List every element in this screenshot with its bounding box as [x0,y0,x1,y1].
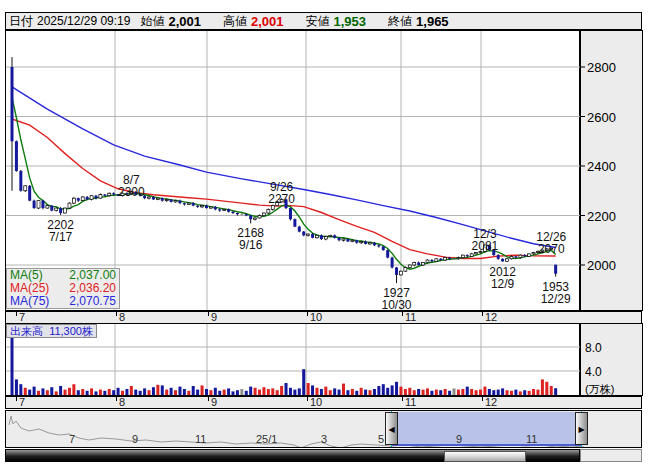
high-label: 高値 [223,13,247,30]
volume-value: 11,300株 [49,325,93,337]
low-value: 1,953 [334,14,367,29]
price-tick-label: 2600 [587,110,616,125]
horizontal-scrollbar[interactable] [5,449,580,462]
ohlc-info-bar: 日付 2025/12/29 09:19 始値 2,001 高値 2,001 安値… [5,12,642,30]
volume-chart-svg: 8.04.0(万株) [5,323,643,396]
price-annotation: 12/29 [541,292,571,306]
price-annotation: 10/30 [382,298,412,311]
price-tick-label: 2200 [587,209,616,224]
month-tick-label: 9 [211,397,217,408]
ma75-label: MA(75) [10,295,49,308]
price-annotation: 9/16 [239,238,263,252]
range-right-handle[interactable]: ▶ [575,412,588,445]
month-tick-label: 9 [211,312,217,323]
nav-selected-month-label: 9 [456,433,462,445]
ma75-value: 2,070.75 [69,295,116,308]
ma75-legend-row: MA(75) 2,070.75 [7,295,119,308]
month-tick-label: 10 [310,312,322,323]
price-annotation: 2070 [538,242,565,256]
month-tick-label: 8 [119,312,125,323]
price-annotation: 2300 [118,185,145,199]
nav-selected-month-label: 11 [526,433,537,445]
low-label: 安値 [306,13,330,30]
price-tick-label: 2400 [587,159,616,174]
ma-legend: MA(5) 2,037.00 MA(25) 2,036.20 MA(75) 2,… [6,268,120,309]
date-value: 2025/12/29 09:19 [37,14,130,28]
price-tick-label: 2000 [587,258,616,273]
nav-month-label: 9 [132,433,138,445]
high-value: 2,001 [251,14,284,29]
range-navigator[interactable]: 791125/135911 ◀ ▶ [5,410,642,448]
scrollbar-thumb[interactable] [444,451,526,462]
volume-unit-label: (万株) [585,383,614,395]
price-annotation: 12/9 [491,277,515,291]
left-arrow-icon: ◀ [388,425,394,434]
stock-chart-window: 日付 2025/12/29 09:19 始値 2,001 高値 2,001 安値… [0,0,653,470]
right-arrow-icon: ▶ [578,425,584,434]
month-tick-label: 8 [119,397,125,408]
month-tick-label: 11 [405,397,416,408]
nav-month-label: 11 [195,433,206,445]
range-left-handle[interactable]: ◀ [385,412,398,445]
nav-month-label: 7 [69,433,75,445]
month-axis-lower: 789101112 [5,396,642,409]
month-tick-label: 12 [485,397,497,408]
month-tick-label: 7 [19,397,25,408]
month-tick-label: 12 [485,312,497,323]
date-label: 日付 [9,13,33,30]
close-label: 終値 [388,13,412,30]
price-annotation: 2270 [268,192,295,206]
nav-month-label: 25/1 [256,433,277,445]
nav-month-label: 3 [321,433,327,445]
scrollbar-corner [580,449,642,462]
month-tick-label: 11 [405,312,416,323]
price-annotation: 7/17 [49,230,73,244]
volume-tick-label: 8.0 [585,341,602,355]
open-value: 2,001 [168,14,201,29]
close-value: 1,965 [416,14,449,29]
month-tick-label: 10 [310,397,322,408]
volume-badge: 出来高 11,300株 [6,324,97,338]
open-label: 始値 [140,13,164,30]
range-navigator-svg: 791125/135911 [6,411,641,447]
price-annotation: 2081 [472,239,499,253]
volume-tick-label: 4.0 [585,365,602,379]
volume-title: 出来高 [10,325,43,337]
nav-month-label: 5 [378,433,384,445]
price-tick-label: 2800 [587,60,616,75]
month-tick-label: 7 [19,312,25,323]
